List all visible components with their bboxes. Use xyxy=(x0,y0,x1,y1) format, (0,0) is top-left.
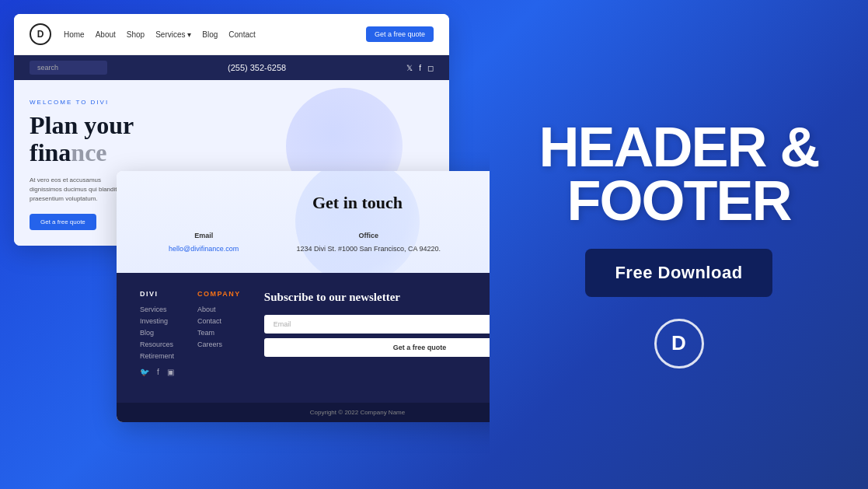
nav-home[interactable]: Home xyxy=(64,30,85,39)
email-input[interactable]: Email xyxy=(264,315,490,334)
footer-link-team[interactable]: Team xyxy=(197,329,241,337)
nav-services[interactable]: Services ▾ xyxy=(155,30,191,39)
hero-body: At vero eos et accusamus dignissimos duc… xyxy=(30,176,131,204)
nav-cta-button[interactable]: Get a free quote xyxy=(366,26,434,42)
footer-link-retirement[interactable]: Retirement xyxy=(140,352,174,360)
contact-title: Get in touch xyxy=(140,193,490,213)
subscribe-submit-button[interactable]: Get a free quote xyxy=(264,338,490,357)
footer-instagram-icon[interactable]: ▣ xyxy=(167,368,174,376)
email-value: hello@divifinance.com xyxy=(169,244,239,254)
footer-company-title: COMPANY xyxy=(197,290,241,298)
twitter-icon[interactable]: 𝕏 xyxy=(406,64,413,72)
footer-link-about[interactable]: About xyxy=(197,306,241,313)
title-line2: FOOTER xyxy=(567,169,791,232)
contact-cols: Email hello@divifinance.com Office 1234 … xyxy=(140,232,490,254)
footer-link-resources[interactable]: Resources xyxy=(140,341,174,348)
office-value: 1234 Divi St. #1000 San Francisco, CA 94… xyxy=(296,244,441,254)
footer-divi-col: DIVI Services Investing Blog Resources R… xyxy=(140,290,174,376)
right-panel: HEADER & FOOTER Free Download D xyxy=(490,0,868,489)
nav-bar: D Home About Shop Services ▾ Blog Contac… xyxy=(14,14,449,55)
footer-twitter-icon[interactable]: 🐦 xyxy=(140,368,149,376)
hero-cta-button[interactable]: Get a free quote xyxy=(30,214,96,230)
footer-link-careers[interactable]: Careers xyxy=(197,341,241,348)
nav-contact[interactable]: Contact xyxy=(228,30,255,39)
footer-subscribe-col: Subscribe to our newsletter Email Get a … xyxy=(264,290,490,376)
footer-copyright: Copyright © 2022 Company Name xyxy=(117,403,490,422)
footer-social: 🐦 f ▣ xyxy=(140,368,174,376)
search-input[interactable]: search xyxy=(30,61,107,75)
footer-cols: DIVI Services Investing Blog Resources R… xyxy=(140,290,490,376)
contact-blob xyxy=(295,171,420,273)
phone-number: (255) 352-6258 xyxy=(117,63,397,72)
nav-about[interactable]: About xyxy=(96,30,116,39)
nav-blog[interactable]: Blog xyxy=(202,30,218,39)
footer-link-contact[interactable]: Contact xyxy=(197,317,241,325)
footer-company-col: COMPANY About Contact Team Careers xyxy=(197,290,241,376)
divi-logo-circle: D xyxy=(654,319,704,368)
footer-divi-title: DIVI xyxy=(140,290,174,298)
subscribe-title: Subscribe to our newsletter xyxy=(264,290,490,304)
office-label: Office xyxy=(296,232,441,239)
free-download-button[interactable]: Free Download xyxy=(585,249,772,297)
secondary-bar: search (255) 352-6258 𝕏 f ◻ xyxy=(14,55,449,80)
social-icons: 𝕏 f ◻ xyxy=(406,64,434,72)
footer-dark: DIVI Services Investing Blog Resources R… xyxy=(117,273,490,403)
instagram-icon[interactable]: ◻ xyxy=(427,64,434,72)
facebook-icon[interactable]: f xyxy=(419,64,421,72)
email-label: Email xyxy=(169,232,239,239)
right-title: HEADER & FOOTER xyxy=(539,121,818,227)
footer-link-blog[interactable]: Blog xyxy=(140,329,174,337)
footer-link-services[interactable]: Services xyxy=(140,306,174,313)
footer-card: Get in touch Email hello@divifinance.com… xyxy=(117,171,490,422)
left-panel: D Home About Shop Services ▾ Blog Contac… xyxy=(0,0,490,489)
nav-links: Home About Shop Services ▾ Blog Contact xyxy=(64,30,354,39)
nav-logo: D xyxy=(30,23,51,45)
contact-section: Get in touch Email hello@divifinance.com… xyxy=(117,171,490,273)
nav-shop[interactable]: Shop xyxy=(127,30,145,39)
contact-office-col: Office 1234 Divi St. #1000 San Francisco… xyxy=(296,232,441,254)
footer-facebook-icon[interactable]: f xyxy=(157,368,159,376)
contact-email-col: Email hello@divifinance.com xyxy=(169,232,239,254)
footer-link-investing[interactable]: Investing xyxy=(140,317,174,325)
